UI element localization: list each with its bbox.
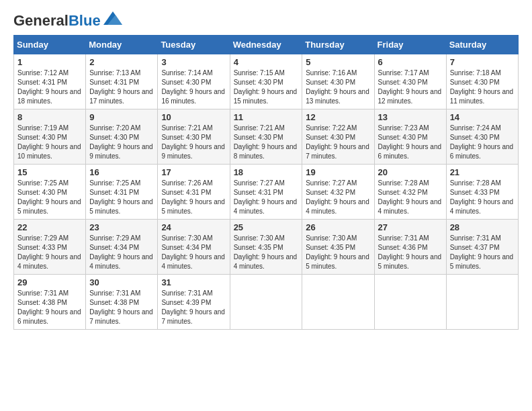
day-info: Sunrise: 7:28 AM Sunset: 4:33 PM Dayligh… [450,179,515,216]
logo-icon [103,11,122,25]
day-info: Sunrise: 7:28 AM Sunset: 4:32 PM Dayligh… [378,179,443,216]
day-info: Sunrise: 7:31 AM Sunset: 4:39 PM Dayligh… [161,289,226,326]
calendar: SundayMondayTuesdayWednesdayThursdayFrid… [13,35,519,330]
day-info: Sunrise: 7:20 AM Sunset: 4:30 PM Dayligh… [89,124,154,161]
calendar-cell: 2 Sunrise: 7:13 AM Sunset: 4:31 PM Dayli… [86,54,158,109]
calendar-cell: 5 Sunrise: 7:16 AM Sunset: 4:30 PM Dayli… [302,54,374,109]
day-number: 19 [306,167,370,177]
day-header-saturday: Saturday [446,36,518,54]
calendar-cell: 25 Sunrise: 7:30 AM Sunset: 4:35 PM Dayl… [230,220,302,275]
day-info: Sunrise: 7:27 AM Sunset: 4:31 PM Dayligh… [234,179,299,216]
day-info: Sunrise: 7:29 AM Sunset: 4:33 PM Dayligh… [17,234,82,271]
day-header-monday: Monday [86,36,158,54]
calendar-cell: 13 Sunrise: 7:23 AM Sunset: 4:30 PM Dayl… [374,109,446,165]
calendar-cell: 15 Sunrise: 7:25 AM Sunset: 4:30 PM Dayl… [14,165,86,220]
day-info: Sunrise: 7:31 AM Sunset: 4:38 PM Dayligh… [89,289,154,326]
day-number: 16 [89,167,154,177]
day-number: 31 [161,277,226,287]
day-info: Sunrise: 7:26 AM Sunset: 4:31 PM Dayligh… [161,179,226,216]
logo-general: General [13,12,69,29]
day-info: Sunrise: 7:31 AM Sunset: 4:37 PM Dayligh… [450,234,515,271]
day-number: 1 [17,57,82,67]
logo-blue: Blue [69,12,101,29]
day-number: 12 [306,112,370,122]
day-number: 28 [450,222,515,232]
day-number: 15 [17,167,82,177]
day-info: Sunrise: 7:30 AM Sunset: 4:35 PM Dayligh… [234,234,299,271]
day-number: 4 [234,57,299,67]
day-header-wednesday: Wednesday [230,36,302,54]
day-header-friday: Friday [374,36,446,54]
day-header-thursday: Thursday [302,36,374,54]
calendar-cell: 31 Sunrise: 7:31 AM Sunset: 4:39 PM Dayl… [158,275,230,330]
page-header: GeneralBlue [13,13,519,28]
calendar-cell: 11 Sunrise: 7:21 AM Sunset: 4:30 PM Dayl… [230,109,302,165]
day-number: 21 [450,167,515,177]
calendar-cell: 7 Sunrise: 7:18 AM Sunset: 4:30 PM Dayli… [446,54,518,109]
logo-text: GeneralBlue [13,13,101,28]
day-info: Sunrise: 7:25 AM Sunset: 4:30 PM Dayligh… [17,179,82,216]
day-info: Sunrise: 7:22 AM Sunset: 4:30 PM Dayligh… [306,124,370,161]
calendar-cell: 30 Sunrise: 7:31 AM Sunset: 4:38 PM Dayl… [86,275,158,330]
day-number: 2 [89,57,154,67]
day-info: Sunrise: 7:17 AM Sunset: 4:30 PM Dayligh… [378,68,443,106]
calendar-cell: 23 Sunrise: 7:29 AM Sunset: 4:34 PM Dayl… [86,220,158,275]
calendar-cell: 27 Sunrise: 7:31 AM Sunset: 4:36 PM Dayl… [374,220,446,275]
calendar-cell: 12 Sunrise: 7:22 AM Sunset: 4:30 PM Dayl… [302,109,374,165]
day-header-sunday: Sunday [14,36,86,54]
calendar-cell: 19 Sunrise: 7:27 AM Sunset: 4:32 PM Dayl… [302,165,374,220]
calendar-cell: 6 Sunrise: 7:17 AM Sunset: 4:30 PM Dayli… [374,54,446,109]
day-number: 11 [234,112,299,122]
calendar-cell: 14 Sunrise: 7:24 AM Sunset: 4:30 PM Dayl… [446,109,518,165]
calendar-cell: 10 Sunrise: 7:21 AM Sunset: 4:30 PM Dayl… [158,109,230,165]
day-number: 14 [450,112,515,122]
day-number: 7 [450,57,515,67]
day-info: Sunrise: 7:14 AM Sunset: 4:30 PM Dayligh… [161,68,226,106]
day-info: Sunrise: 7:15 AM Sunset: 4:30 PM Dayligh… [234,68,299,106]
calendar-week-2: 8 Sunrise: 7:19 AM Sunset: 4:30 PM Dayli… [14,109,519,165]
day-info: Sunrise: 7:31 AM Sunset: 4:36 PM Dayligh… [378,234,443,271]
calendar-week-3: 15 Sunrise: 7:25 AM Sunset: 4:30 PM Dayl… [14,165,519,220]
calendar-cell [374,275,446,330]
logo: GeneralBlue [13,13,122,28]
day-number: 10 [161,112,226,122]
calendar-header-row: SundayMondayTuesdayWednesdayThursdayFrid… [14,36,519,54]
calendar-cell: 29 Sunrise: 7:31 AM Sunset: 4:38 PM Dayl… [14,275,86,330]
day-number: 23 [89,222,154,232]
day-info: Sunrise: 7:23 AM Sunset: 4:30 PM Dayligh… [378,124,443,161]
calendar-cell: 24 Sunrise: 7:30 AM Sunset: 4:34 PM Dayl… [158,220,230,275]
calendar-cell: 3 Sunrise: 7:14 AM Sunset: 4:30 PM Dayli… [158,54,230,109]
day-info: Sunrise: 7:18 AM Sunset: 4:30 PM Dayligh… [450,68,515,106]
calendar-cell: 22 Sunrise: 7:29 AM Sunset: 4:33 PM Dayl… [14,220,86,275]
day-info: Sunrise: 7:25 AM Sunset: 4:31 PM Dayligh… [89,179,154,216]
calendar-cell [302,275,374,330]
day-number: 22 [17,222,82,232]
day-info: Sunrise: 7:30 AM Sunset: 4:34 PM Dayligh… [161,234,226,271]
day-info: Sunrise: 7:16 AM Sunset: 4:30 PM Dayligh… [306,68,370,106]
calendar-cell [230,275,302,330]
day-number: 6 [378,57,443,67]
day-number: 18 [234,167,299,177]
day-number: 26 [306,222,370,232]
day-header-tuesday: Tuesday [158,36,230,54]
day-info: Sunrise: 7:21 AM Sunset: 4:30 PM Dayligh… [161,124,226,161]
day-info: Sunrise: 7:30 AM Sunset: 4:35 PM Dayligh… [306,234,370,271]
day-number: 25 [234,222,299,232]
day-number: 3 [161,57,226,67]
day-number: 17 [161,167,226,177]
calendar-cell: 1 Sunrise: 7:12 AM Sunset: 4:31 PM Dayli… [14,54,86,109]
day-info: Sunrise: 7:31 AM Sunset: 4:38 PM Dayligh… [17,289,82,326]
day-number: 9 [89,112,154,122]
calendar-cell: 16 Sunrise: 7:25 AM Sunset: 4:31 PM Dayl… [86,165,158,220]
calendar-cell: 26 Sunrise: 7:30 AM Sunset: 4:35 PM Dayl… [302,220,374,275]
calendar-cell: 21 Sunrise: 7:28 AM Sunset: 4:33 PM Dayl… [446,165,518,220]
day-number: 8 [17,112,82,122]
day-number: 24 [161,222,226,232]
calendar-cell: 17 Sunrise: 7:26 AM Sunset: 4:31 PM Dayl… [158,165,230,220]
calendar-cell: 9 Sunrise: 7:20 AM Sunset: 4:30 PM Dayli… [86,109,158,165]
day-info: Sunrise: 7:19 AM Sunset: 4:30 PM Dayligh… [17,124,82,161]
day-number: 29 [17,277,82,287]
calendar-cell [446,275,518,330]
calendar-week-4: 22 Sunrise: 7:29 AM Sunset: 4:33 PM Dayl… [14,220,519,275]
day-number: 27 [378,222,443,232]
